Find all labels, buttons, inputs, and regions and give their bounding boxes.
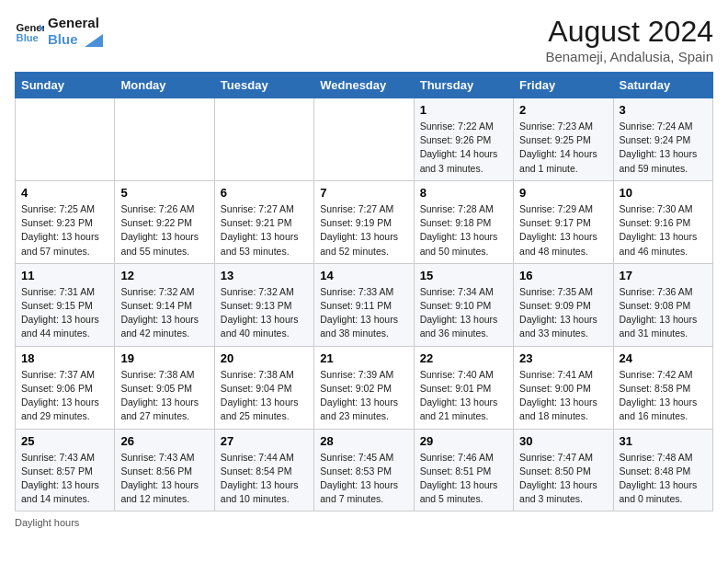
day-cell: 14Sunrise: 7:33 AM Sunset: 9:11 PM Dayli…: [314, 263, 414, 346]
day-info: Sunrise: 7:25 AM Sunset: 9:23 PM Dayligh…: [21, 202, 108, 259]
day-info: Sunrise: 7:38 AM Sunset: 9:04 PM Dayligh…: [221, 368, 308, 424]
logo: General Blue General Blue: [15, 15, 104, 48]
day-cell: 13Sunrise: 7:32 AM Sunset: 9:13 PM Dayli…: [214, 263, 313, 346]
day-cell: 1Sunrise: 7:22 AM Sunset: 9:26 PM Daylig…: [414, 98, 513, 181]
day-info: Sunrise: 7:26 AM Sunset: 9:22 PM Dayligh…: [120, 202, 208, 259]
day-header-thursday: Thursday: [414, 73, 513, 98]
day-cell: 6Sunrise: 7:27 AM Sunset: 9:21 PM Daylig…: [214, 180, 313, 263]
day-cell: 26Sunrise: 7:43 AM Sunset: 8:56 PM Dayli…: [115, 429, 214, 511]
day-info: Sunrise: 7:36 AM Sunset: 9:08 PM Dayligh…: [620, 285, 707, 341]
day-cell: 4Sunrise: 7:25 AM Sunset: 9:23 PM Daylig…: [16, 180, 115, 263]
day-number: 11: [21, 269, 108, 282]
day-cell: 20Sunrise: 7:38 AM Sunset: 9:04 PM Dayli…: [214, 346, 313, 429]
day-cell: [16, 98, 115, 181]
day-cell: 12Sunrise: 7:32 AM Sunset: 9:14 PM Dayli…: [115, 263, 214, 346]
day-info: Sunrise: 7:32 AM Sunset: 9:13 PM Dayligh…: [221, 285, 308, 341]
month-year: August 2024: [545, 15, 713, 49]
day-cell: 11Sunrise: 7:31 AM Sunset: 9:15 PM Dayli…: [16, 263, 115, 346]
day-number: 21: [320, 351, 407, 365]
day-cell: 29Sunrise: 7:46 AM Sunset: 8:51 PM Dayli…: [414, 429, 513, 511]
day-info: Sunrise: 7:23 AM Sunset: 9:25 PM Dayligh…: [519, 120, 607, 176]
day-info: Sunrise: 7:30 AM Sunset: 9:16 PM Dayligh…: [620, 202, 707, 259]
day-header-wednesday: Wednesday: [314, 73, 414, 98]
day-cell: 21Sunrise: 7:39 AM Sunset: 9:02 PM Dayli…: [314, 346, 414, 429]
day-cell: 31Sunrise: 7:48 AM Sunset: 8:48 PM Dayli…: [613, 429, 712, 511]
day-cell: 22Sunrise: 7:40 AM Sunset: 9:01 PM Dayli…: [414, 346, 513, 429]
day-info: Sunrise: 7:31 AM Sunset: 9:15 PM Dayligh…: [21, 285, 108, 341]
day-cell: 18Sunrise: 7:37 AM Sunset: 9:06 PM Dayli…: [16, 346, 115, 429]
day-info: Sunrise: 7:42 AM Sunset: 8:58 PM Dayligh…: [620, 368, 707, 424]
day-cell: 23Sunrise: 7:41 AM Sunset: 9:00 PM Dayli…: [514, 346, 613, 429]
day-number: 6: [221, 186, 308, 200]
day-info: Sunrise: 7:40 AM Sunset: 9:01 PM Dayligh…: [420, 368, 507, 424]
day-info: Sunrise: 7:29 AM Sunset: 9:17 PM Dayligh…: [519, 202, 607, 259]
day-info: Sunrise: 7:45 AM Sunset: 8:53 PM Dayligh…: [320, 451, 407, 507]
day-info: Sunrise: 7:27 AM Sunset: 9:21 PM Dayligh…: [221, 202, 308, 259]
day-info: Sunrise: 7:38 AM Sunset: 9:05 PM Dayligh…: [120, 368, 208, 424]
week-row-3: 11Sunrise: 7:31 AM Sunset: 9:15 PM Dayli…: [16, 263, 713, 346]
day-info: Sunrise: 7:39 AM Sunset: 9:02 PM Dayligh…: [320, 368, 407, 424]
day-info: Sunrise: 7:44 AM Sunset: 8:54 PM Dayligh…: [221, 451, 308, 507]
logo-icon: General Blue: [15, 17, 44, 46]
day-header-sunday: Sunday: [16, 73, 115, 98]
day-number: 25: [21, 434, 108, 448]
day-header-monday: Monday: [115, 73, 214, 98]
day-cell: [115, 98, 214, 181]
day-number: 1: [420, 103, 507, 117]
day-cell: 28Sunrise: 7:45 AM Sunset: 8:53 PM Dayli…: [314, 429, 414, 511]
day-number: 7: [320, 186, 407, 200]
day-cell: 30Sunrise: 7:47 AM Sunset: 8:50 PM Dayli…: [514, 429, 613, 511]
day-info: Sunrise: 7:33 AM Sunset: 9:11 PM Dayligh…: [320, 285, 407, 341]
day-header-friday: Friday: [514, 73, 613, 98]
logo-text-general: General: [48, 15, 104, 31]
day-info: Sunrise: 7:34 AM Sunset: 9:10 PM Dayligh…: [420, 285, 507, 341]
day-cell: 27Sunrise: 7:44 AM Sunset: 8:54 PM Dayli…: [214, 429, 313, 511]
day-info: Sunrise: 7:32 AM Sunset: 9:14 PM Dayligh…: [120, 285, 208, 341]
day-number: 30: [519, 434, 607, 448]
calendar-table: SundayMondayTuesdayWednesdayThursdayFrid…: [15, 72, 713, 511]
day-cell: 9Sunrise: 7:29 AM Sunset: 9:17 PM Daylig…: [514, 180, 613, 263]
day-cell: 3Sunrise: 7:24 AM Sunset: 9:24 PM Daylig…: [613, 98, 712, 181]
day-cell: 15Sunrise: 7:34 AM Sunset: 9:10 PM Dayli…: [414, 263, 513, 346]
day-info: Sunrise: 7:27 AM Sunset: 9:19 PM Dayligh…: [320, 202, 407, 259]
week-row-5: 25Sunrise: 7:43 AM Sunset: 8:57 PM Dayli…: [16, 429, 713, 511]
day-cell: 25Sunrise: 7:43 AM Sunset: 8:57 PM Dayli…: [16, 429, 115, 511]
location: Benameji, Andalusia, Spain: [545, 49, 713, 64]
day-cell: 7Sunrise: 7:27 AM Sunset: 9:19 PM Daylig…: [314, 180, 414, 263]
days-header-row: SundayMondayTuesdayWednesdayThursdayFrid…: [16, 73, 713, 98]
week-row-1: 1Sunrise: 7:22 AM Sunset: 9:26 PM Daylig…: [16, 98, 713, 181]
day-info: Sunrise: 7:43 AM Sunset: 8:56 PM Dayligh…: [120, 451, 208, 507]
day-number: 20: [221, 351, 308, 365]
day-info: Sunrise: 7:28 AM Sunset: 9:18 PM Dayligh…: [420, 202, 507, 259]
day-number: 24: [620, 351, 707, 365]
footer-note: Daylight hours: [15, 517, 713, 528]
day-info: Sunrise: 7:47 AM Sunset: 8:50 PM Dayligh…: [519, 451, 607, 507]
day-number: 16: [519, 269, 607, 282]
day-info: Sunrise: 7:22 AM Sunset: 9:26 PM Dayligh…: [420, 120, 507, 176]
day-number: 28: [320, 434, 407, 448]
day-header-tuesday: Tuesday: [214, 73, 313, 98]
day-cell: 2Sunrise: 7:23 AM Sunset: 9:25 PM Daylig…: [514, 98, 613, 181]
day-number: 17: [620, 269, 707, 282]
day-number: 2: [519, 103, 607, 117]
day-cell: 10Sunrise: 7:30 AM Sunset: 9:16 PM Dayli…: [613, 180, 712, 263]
day-number: 12: [120, 269, 208, 282]
day-number: 14: [320, 269, 407, 282]
header: General Blue General Blue August 2024 Be…: [15, 15, 713, 64]
svg-text:Blue: Blue: [17, 32, 39, 43]
day-cell: 17Sunrise: 7:36 AM Sunset: 9:08 PM Dayli…: [613, 263, 712, 346]
day-number: 8: [420, 186, 507, 200]
day-info: Sunrise: 7:41 AM Sunset: 9:00 PM Dayligh…: [519, 368, 607, 424]
week-row-4: 18Sunrise: 7:37 AM Sunset: 9:06 PM Dayli…: [16, 346, 713, 429]
day-info: Sunrise: 7:37 AM Sunset: 9:06 PM Dayligh…: [21, 368, 108, 424]
day-cell: [214, 98, 313, 181]
day-number: 4: [21, 186, 108, 200]
day-number: 23: [519, 351, 607, 365]
day-number: 31: [620, 434, 707, 448]
week-row-2: 4Sunrise: 7:25 AM Sunset: 9:23 PM Daylig…: [16, 180, 713, 263]
day-number: 22: [420, 351, 507, 365]
day-info: Sunrise: 7:24 AM Sunset: 9:24 PM Dayligh…: [620, 120, 707, 176]
day-number: 3: [620, 103, 707, 117]
day-number: 15: [420, 269, 507, 282]
day-header-saturday: Saturday: [613, 73, 712, 98]
